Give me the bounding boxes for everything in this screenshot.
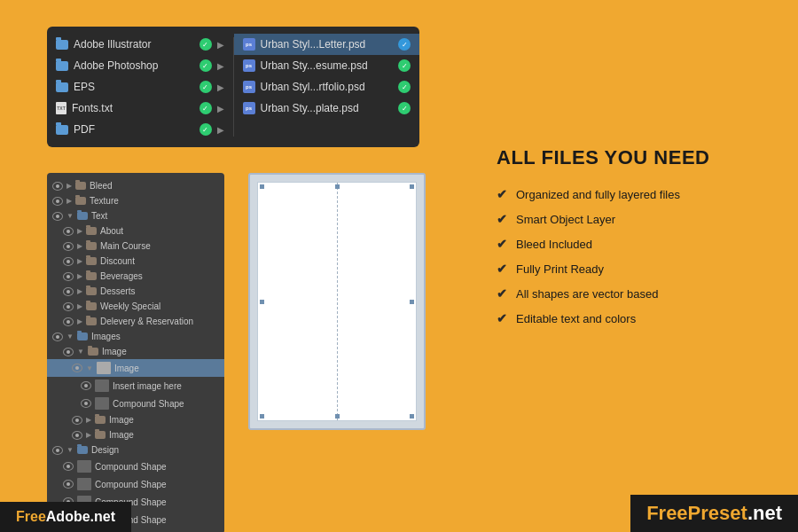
- eye-icon[interactable]: [52, 332, 63, 341]
- eye-icon[interactable]: [63, 302, 74, 311]
- checkmark-icon: ✔: [497, 311, 507, 325]
- corner-tm: [335, 184, 340, 189]
- expand-icon: ▼: [77, 348, 84, 356]
- layer-images[interactable]: ▼ Images: [47, 329, 224, 344]
- file-row-portfolio[interactable]: ps Urban Styl...rtfolio.psd ✓: [234, 76, 420, 98]
- arrow-icon: ▶: [217, 40, 224, 50]
- file-row-illustrator[interactable]: Adobe Illustrator ✓ ▶: [47, 34, 233, 55]
- file-column-left: Adobe Illustrator ✓ ▶ Adobe Photoshop ✓ …: [47, 34, 233, 140]
- layer-compound-3[interactable]: Compound Shape: [47, 475, 224, 493]
- layer-delivery[interactable]: ▶ Delevery & Reservation: [47, 314, 224, 329]
- eye-icon[interactable]: [52, 197, 63, 206]
- eye-icon[interactable]: [72, 364, 82, 372]
- layer-text[interactable]: ▼ Text: [47, 208, 224, 223]
- layer-name: Main Course: [100, 241, 151, 251]
- layer-name: Bleed: [90, 181, 113, 191]
- layer-name: Image: [114, 364, 139, 373]
- eye-icon[interactable]: [52, 446, 63, 455]
- file-row-resume[interactable]: ps Urban Sty...esume.psd ✓: [234, 55, 420, 76]
- layer-name: About: [100, 226, 123, 236]
- layer-folder-icon: [95, 416, 106, 424]
- eye-icon[interactable]: [63, 242, 74, 251]
- eye-icon[interactable]: [63, 480, 74, 489]
- layer-name: Delevery & Reservation: [100, 317, 193, 326]
- layer-name: Image: [109, 415, 134, 425]
- folder-icon: [56, 125, 68, 135]
- layer-name: Design: [91, 445, 119, 455]
- layer-image-2[interactable]: ▶ Image: [47, 412, 224, 427]
- psd-icon: ps: [243, 81, 255, 93]
- layer-desserts[interactable]: ▶ Desserts: [47, 284, 224, 299]
- eye-icon[interactable]: [63, 287, 74, 296]
- layer-about[interactable]: ▶ About: [47, 223, 224, 239]
- info-item-6: ✔ Editable text and colors: [497, 311, 745, 325]
- corner-ml: [260, 300, 264, 304]
- file-column-right: ps Urban Styl...Letter.psd ✓ ps Urban St…: [234, 34, 420, 140]
- layer-name: Beverages: [100, 271, 143, 281]
- arrow-icon: ▶: [217, 104, 224, 113]
- eye-icon[interactable]: [63, 272, 74, 281]
- eye-icon[interactable]: [52, 182, 63, 191]
- layers-panel: ▶ Bleed ▶ Texture ▼ Text ▶ About ▶ Main …: [47, 173, 224, 532]
- eye-icon[interactable]: [81, 381, 91, 390]
- layer-name: Text: [91, 211, 107, 221]
- layer-thumb: [77, 478, 91, 490]
- layer-image-3[interactable]: ▶ Image: [47, 427, 224, 442]
- eye-icon[interactable]: [63, 227, 74, 236]
- check-green: ✓: [398, 81, 411, 93]
- expand-icon: ▶: [77, 257, 82, 265]
- layer-insert[interactable]: Insert image here: [47, 377, 224, 395]
- check-green: ✓: [200, 38, 212, 51]
- layer-folder-icon: [86, 227, 97, 235]
- file-row-photoshop[interactable]: Adobe Photoshop ✓ ▶: [47, 55, 233, 76]
- layer-folder-icon: [86, 302, 97, 310]
- eye-icon[interactable]: [63, 462, 74, 471]
- corner-bm: [335, 414, 340, 419]
- layer-image-smart[interactable]: ▼ Image: [47, 359, 224, 377]
- layer-beverages[interactable]: ▶ Beverages: [47, 269, 224, 284]
- info-text: All shapes are vector based: [516, 287, 658, 301]
- file-row-pdf[interactable]: PDF ✓ ▶: [47, 119, 233, 140]
- expand-icon: ▶: [77, 272, 82, 280]
- file-row-letter[interactable]: ps Urban Styl...Letter.psd ✓: [234, 34, 420, 55]
- eye-icon[interactable]: [52, 212, 63, 221]
- file-name: PDF: [74, 123, 95, 136]
- layer-main-course[interactable]: ▶ Main Course: [47, 239, 224, 254]
- info-item-2: ✔ Smart Object Layer: [497, 212, 745, 226]
- layer-name: Insert image here: [113, 381, 182, 391]
- layer-weekly[interactable]: ▶ Weekly Special: [47, 299, 224, 314]
- file-row-fonts[interactable]: TXT Fonts.txt ✓ ▶: [47, 98, 233, 119]
- expand-icon: ▶: [77, 302, 82, 310]
- layer-design[interactable]: ▼ Design: [47, 442, 224, 458]
- eye-icon[interactable]: [63, 348, 74, 356]
- layer-thumb: [95, 397, 109, 410]
- info-item-5: ✔ All shapes are vector based: [497, 286, 745, 301]
- eye-icon[interactable]: [63, 257, 74, 266]
- file-name: Urban Sty...plate.psd: [261, 102, 359, 114]
- layer-image-1[interactable]: ▼ Image: [47, 344, 224, 359]
- layer-compound-1[interactable]: Compound Shape: [47, 395, 224, 412]
- check-green: ✓: [200, 59, 212, 72]
- expand-icon: ▼: [66, 332, 74, 340]
- file-name: EPS: [74, 81, 95, 93]
- eye-icon[interactable]: [81, 399, 91, 408]
- check-green: ✓: [200, 102, 212, 114]
- layer-discount[interactable]: ▶ Discount: [47, 254, 224, 269]
- layer-compound-2[interactable]: Compound Shape: [47, 458, 224, 475]
- layer-texture[interactable]: ▶ Texture: [47, 193, 224, 208]
- expand-icon: ▼: [66, 446, 74, 454]
- eye-icon[interactable]: [72, 416, 82, 425]
- layer-folder-icon: [86, 257, 97, 265]
- layer-folder-icon: [77, 212, 88, 220]
- file-row-eps[interactable]: EPS ✓ ▶: [47, 76, 233, 98]
- layer-thumb: [97, 362, 111, 374]
- info-text: Fully Print Ready: [516, 262, 604, 276]
- document-inner: [257, 182, 417, 421]
- eye-icon[interactable]: [63, 317, 74, 326]
- file-row-plate[interactable]: ps Urban Sty...plate.psd ✓: [234, 98, 420, 119]
- file-name: Adobe Photoshop: [74, 59, 158, 72]
- layer-bleed[interactable]: ▶ Bleed: [47, 178, 224, 193]
- eye-icon[interactable]: [72, 431, 82, 440]
- info-text: Bleed Included: [516, 238, 592, 251]
- corner-tr: [410, 184, 414, 189]
